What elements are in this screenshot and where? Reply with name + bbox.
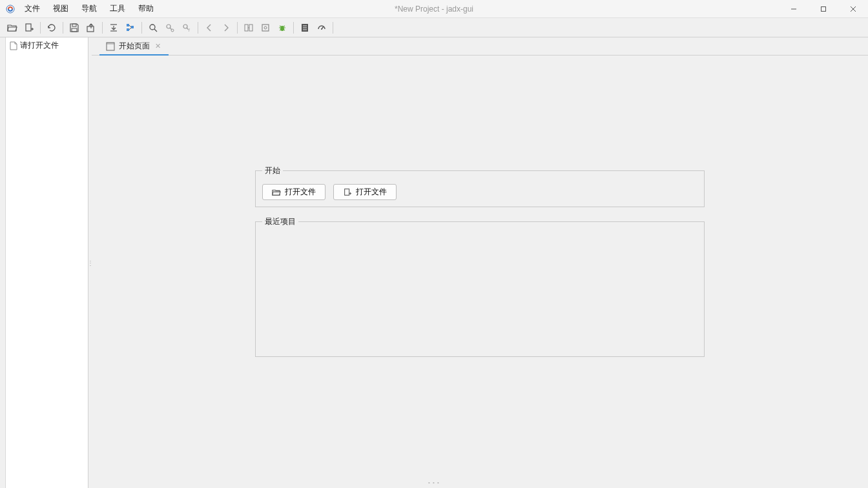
toolbar-separator xyxy=(293,22,294,34)
horizontal-splitter-grip[interactable]: • • • xyxy=(428,480,440,485)
app-window: 文件 视图 导航 工具 帮助 *New Project - jadx-gui xyxy=(0,0,868,488)
flatten-icon[interactable] xyxy=(107,21,121,35)
add-file-icon[interactable] xyxy=(22,21,36,35)
menu-bar: 文件 视图 导航 工具 帮助 xyxy=(18,1,160,17)
sync-icon[interactable] xyxy=(123,21,138,35)
svg-line-35 xyxy=(284,26,285,26)
open-file-button[interactable]: 打开文件 xyxy=(262,184,326,200)
toolbar-separator xyxy=(63,22,63,34)
svg-line-19 xyxy=(154,29,157,32)
svg-rect-10 xyxy=(87,26,94,32)
toolbar-separator xyxy=(40,22,41,34)
forward-icon[interactable] xyxy=(219,21,233,35)
left-gutter xyxy=(0,37,6,488)
window-controls xyxy=(779,0,868,18)
svg-rect-15 xyxy=(131,26,134,28)
deobf-icon[interactable] xyxy=(242,21,256,35)
window-title: *New Project - jadx-gui xyxy=(395,5,473,14)
search-related-icon[interactable] xyxy=(163,21,177,35)
titlebar-left: 文件 视图 导航 工具 帮助 xyxy=(0,1,160,17)
menu-nav[interactable]: 导航 xyxy=(75,1,103,17)
search-global-icon[interactable]: / xyxy=(180,21,194,35)
toolbar-separator xyxy=(102,22,103,34)
app-icon xyxy=(5,4,16,14)
close-button[interactable] xyxy=(838,0,868,18)
svg-point-22 xyxy=(171,29,174,32)
file-icon xyxy=(10,41,17,50)
menu-tools[interactable]: 工具 xyxy=(103,1,132,17)
open-file-label: 打开文件 xyxy=(285,187,316,198)
tab-page-icon xyxy=(106,42,115,51)
debug-icon[interactable] xyxy=(275,21,289,35)
svg-line-16 xyxy=(129,25,131,27)
svg-point-43 xyxy=(321,28,322,30)
toolbar: / xyxy=(0,18,868,37)
svg-rect-45 xyxy=(107,43,114,45)
menu-view[interactable]: 视图 xyxy=(46,1,75,17)
maximize-button[interactable] xyxy=(809,0,838,18)
titlebar: 文件 视图 导航 工具 帮助 *New Project - jadx-gui xyxy=(0,0,868,18)
open-project-button[interactable]: 打开文件 xyxy=(333,184,397,200)
refresh-icon[interactable] xyxy=(45,21,59,35)
start-buttons: 打开文件 打开文件 xyxy=(262,184,698,200)
svg-rect-13 xyxy=(127,24,129,26)
quark-icon[interactable] xyxy=(258,21,273,35)
sidebar: 请打开文件 xyxy=(6,37,88,488)
tab-start-page[interactable]: 开始页面 ✕ xyxy=(99,38,169,56)
back-icon[interactable] xyxy=(202,21,216,35)
export-icon[interactable] xyxy=(84,21,98,35)
body-area: 请打开文件 开始页面 ✕ 开始 xyxy=(0,37,868,488)
recent-group: 最近项目 xyxy=(255,216,705,357)
start-group: 开始 打开文件 xyxy=(255,165,705,207)
tab-close-icon[interactable]: ✕ xyxy=(154,42,162,50)
svg-point-30 xyxy=(264,26,267,29)
sidebar-open-label: 请打开文件 xyxy=(20,40,59,51)
svg-rect-2 xyxy=(822,7,826,12)
sidebar-open-prompt[interactable]: 请打开文件 xyxy=(6,37,88,54)
folder-open-icon xyxy=(272,188,281,197)
add-file-icon xyxy=(343,188,352,197)
settings-icon[interactable] xyxy=(315,21,329,35)
start-group-label: 开始 xyxy=(262,165,283,176)
svg-rect-26 xyxy=(245,25,248,31)
search-icon[interactable] xyxy=(146,21,160,35)
save-icon[interactable] xyxy=(67,21,81,35)
svg-line-34 xyxy=(280,26,281,26)
tab-bar: 开始页面 ✕ xyxy=(92,37,868,56)
minimize-button[interactable] xyxy=(779,0,809,18)
toolbar-separator xyxy=(333,22,333,34)
svg-rect-14 xyxy=(127,28,129,31)
svg-line-37 xyxy=(284,30,285,30)
svg-rect-27 xyxy=(249,25,253,31)
svg-point-18 xyxy=(150,25,155,30)
log-icon[interactable] xyxy=(298,21,312,35)
toolbar-separator xyxy=(237,22,238,34)
svg-rect-9 xyxy=(72,28,77,32)
svg-text:/: / xyxy=(189,28,190,32)
recent-group-label: 最近项目 xyxy=(262,216,298,227)
toolbar-separator xyxy=(198,22,198,34)
start-wrap: 开始 打开文件 xyxy=(255,165,705,366)
svg-line-17 xyxy=(129,28,131,30)
svg-point-0 xyxy=(6,5,14,13)
toolbar-separator xyxy=(141,22,142,34)
menu-help[interactable]: 帮助 xyxy=(132,1,160,17)
svg-rect-29 xyxy=(262,25,269,31)
svg-rect-46 xyxy=(345,188,349,195)
svg-rect-5 xyxy=(26,24,31,31)
start-page-content: 开始 打开文件 xyxy=(92,56,868,488)
svg-line-36 xyxy=(280,30,281,30)
folder-open-icon[interactable] xyxy=(5,21,19,35)
tab-label: 开始页面 xyxy=(119,41,150,52)
open-project-label: 打开文件 xyxy=(356,187,387,198)
menu-file[interactable]: 文件 xyxy=(18,1,46,17)
main-area: 开始页面 ✕ 开始 打开文件 xyxy=(92,37,868,488)
